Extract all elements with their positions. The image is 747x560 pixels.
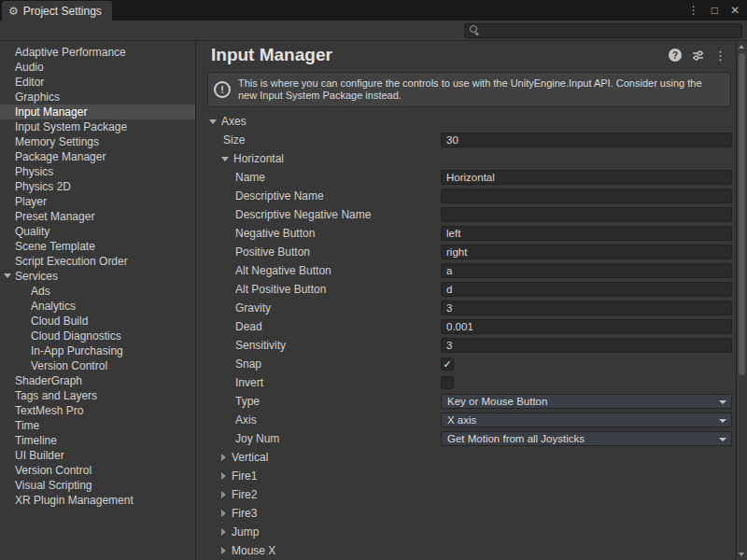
- dropdown-arrow-icon: [719, 438, 726, 441]
- sidebar-item-xr-plugin-management[interactable]: XR Plugin Management: [0, 493, 195, 508]
- search-input[interactable]: [483, 24, 741, 36]
- sidebar-item-editor[interactable]: Editor: [0, 75, 195, 90]
- sidebar-item-label: Graphics: [15, 91, 60, 104]
- sidebar-item-services[interactable]: Services: [0, 269, 195, 284]
- foldout-label[interactable]: Fire3: [232, 507, 257, 520]
- sidebar-item-version-control[interactable]: Version Control: [0, 358, 195, 373]
- field-gravity[interactable]: [441, 301, 732, 315]
- sidebar-item-version-control[interactable]: Version Control: [0, 463, 195, 478]
- gear-icon: ⚙: [8, 6, 19, 17]
- foldout-label[interactable]: Fire2: [232, 488, 257, 501]
- property-label: Name: [235, 171, 265, 184]
- dropdown-joy-num[interactable]: Get Motion from all Joysticks: [441, 431, 732, 446]
- sidebar-item-tags-and-layers[interactable]: Tags and Layers: [0, 388, 195, 403]
- field-dead[interactable]: [441, 319, 732, 334]
- property-row-fire1: Fire1: [196, 467, 736, 485]
- checkbox-invert[interactable]: [441, 376, 454, 389]
- sidebar-item-cloud-build[interactable]: Cloud Build: [0, 314, 195, 329]
- sidebar-item-physics-2d[interactable]: Physics 2D: [0, 179, 195, 194]
- sidebar-item-graphics[interactable]: Graphics: [0, 90, 195, 105]
- sidebar-item-package-manager[interactable]: Package Manager: [0, 149, 195, 164]
- field-alt-positive-button[interactable]: [441, 282, 732, 297]
- sidebar-item-time[interactable]: Time: [0, 418, 195, 433]
- foldout-label[interactable]: Mouse X: [232, 544, 275, 557]
- scroll-down-icon[interactable]: [739, 553, 744, 556]
- sidebar-item-cloud-diagnostics[interactable]: Cloud Diagnostics: [0, 329, 195, 343]
- sidebar-item-label: Script Execution Order: [15, 255, 128, 268]
- sidebar-item-ui-builder[interactable]: UI Builder: [0, 448, 195, 463]
- search-box[interactable]: [464, 23, 742, 38]
- sidebar-item-label: Ads: [31, 285, 50, 298]
- property-row-alt-positive-button: Alt Positive Button: [196, 280, 736, 299]
- field-descriptive-negative-name[interactable]: [441, 207, 732, 222]
- foldout-collapsed-icon[interactable]: [221, 472, 226, 480]
- sidebar-item-audio[interactable]: Audio: [0, 60, 195, 75]
- sidebar-item-timeline[interactable]: Timeline: [0, 433, 195, 448]
- sidebar-item-ads[interactable]: Ads: [0, 284, 195, 299]
- foldout-label[interactable]: Axes: [221, 115, 247, 128]
- property-label: Descriptive Negative Name: [235, 208, 371, 221]
- foldout-collapsed-icon[interactable]: [221, 510, 226, 517]
- sidebar-item-input-manager[interactable]: Input Manager: [0, 105, 195, 119]
- sidebar-item-preset-manager[interactable]: Preset Manager: [0, 209, 195, 224]
- foldout-collapsed-icon[interactable]: [221, 547, 226, 554]
- sidebar-item-shadergraph[interactable]: ShaderGraph: [0, 373, 195, 388]
- property-row-dead: Dead: [196, 317, 736, 336]
- field-negative-button[interactable]: [441, 226, 732, 241]
- sidebar-item-script-execution-order[interactable]: Script Execution Order: [0, 254, 195, 269]
- checkbox-snap[interactable]: ✓: [441, 357, 454, 371]
- property-row-alt-negative-button: Alt Negative Button: [196, 261, 736, 280]
- property-row-descriptive-name: Descriptive Name: [196, 187, 736, 205]
- field-alt-negative-button[interactable]: [441, 263, 732, 278]
- sidebar-item-label: Version Control: [15, 464, 92, 477]
- foldout-collapsed-icon[interactable]: [221, 528, 226, 536]
- field-size[interactable]: [441, 133, 732, 147]
- help-icon[interactable]: ?: [669, 49, 682, 62]
- sidebar-item-quality[interactable]: Quality: [0, 224, 195, 239]
- sidebar-item-textmesh-pro[interactable]: TextMesh Pro: [0, 403, 195, 418]
- foldout-expanded-icon[interactable]: [209, 119, 217, 124]
- presets-icon[interactable]: [692, 49, 704, 62]
- scrollbar-thumb[interactable]: [739, 53, 745, 375]
- sidebar-item-in-app-purchasing[interactable]: In-App Purchasing: [0, 343, 195, 358]
- property-row-size: Size: [196, 131, 736, 149]
- foldout-label[interactable]: Fire1: [232, 469, 257, 483]
- vertical-scrollbar[interactable]: [736, 41, 747, 560]
- sidebar-item-scene-template[interactable]: Scene Template: [0, 239, 195, 254]
- page-title: Input Manager: [211, 45, 669, 65]
- scroll-up-icon[interactable]: [739, 45, 744, 49]
- property-row-positive-button: Positive Button: [196, 243, 736, 261]
- property-row-axis: AxisX axis: [196, 411, 736, 429]
- dropdown-axis[interactable]: X axis: [441, 413, 732, 427]
- property-row-invert: Invert: [196, 373, 736, 392]
- field-name[interactable]: [441, 170, 732, 185]
- sidebar-item-physics[interactable]: Physics: [0, 164, 195, 179]
- foldout-label[interactable]: Horizontal: [233, 152, 284, 165]
- foldout-expanded-icon[interactable]: [4, 273, 11, 278]
- more-menu-icon[interactable]: ⋮: [714, 49, 726, 63]
- property-row-fire3: Fire3: [196, 504, 736, 523]
- foldout-expanded-icon[interactable]: [221, 157, 229, 161]
- foldout-collapsed-icon[interactable]: [221, 491, 226, 498]
- sidebar-item-memory-settings[interactable]: Memory Settings: [0, 134, 195, 149]
- maximize-icon[interactable]: □: [712, 5, 718, 16]
- foldout-label[interactable]: Jump: [232, 525, 259, 539]
- field-descriptive-name[interactable]: [441, 189, 732, 203]
- field-sensitivity[interactable]: [441, 338, 732, 353]
- dropdown-value: Get Motion from all Joysticks: [447, 433, 585, 444]
- sidebar-item-player[interactable]: Player: [0, 194, 195, 209]
- close-icon[interactable]: ✕: [730, 5, 740, 16]
- property-label: Size: [223, 133, 245, 147]
- sidebar-item-adaptive-performance[interactable]: Adaptive Performance: [0, 45, 195, 60]
- foldout-label[interactable]: Vertical: [232, 451, 268, 464]
- sidebar-item-label: Memory Settings: [15, 135, 99, 148]
- sidebar-item-analytics[interactable]: Analytics: [0, 299, 195, 314]
- settings-list: Adaptive PerformanceAudioEditorGraphicsI…: [0, 45, 195, 508]
- tab-project-settings[interactable]: ⚙ Project Settings: [2, 1, 112, 21]
- dropdown-type[interactable]: Key or Mouse Button: [441, 394, 732, 409]
- sidebar-item-visual-scripting[interactable]: Visual Scripting: [0, 478, 195, 493]
- foldout-collapsed-icon[interactable]: [221, 454, 226, 461]
- field-positive-button[interactable]: [441, 245, 732, 259]
- window-menu-icon[interactable]: ⋮: [688, 5, 699, 16]
- sidebar-item-input-system-package[interactable]: Input System Package: [0, 119, 195, 134]
